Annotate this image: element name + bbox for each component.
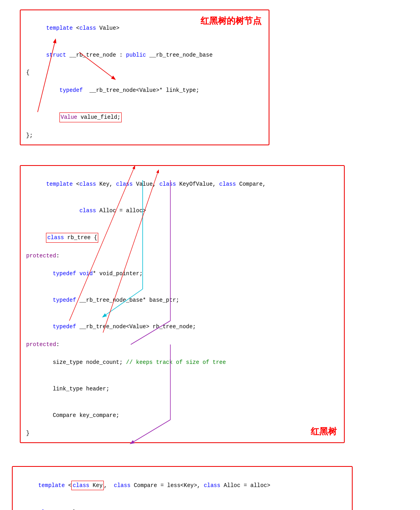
code-line: protected:	[26, 251, 338, 260]
code-line: class set {	[18, 499, 346, 510]
code-line: {	[26, 68, 263, 77]
code-line: size_type node_count; // keeps track of …	[26, 349, 338, 375]
code-line: class Alloc = alloc>	[26, 198, 338, 224]
code-line: typedef void* void_pointer;	[26, 260, 338, 287]
code-line: typedef __rb_tree_node<Value> rb_tree_no…	[26, 314, 338, 340]
code-box-rb-tree: template <class Key, class Value, class …	[20, 165, 345, 443]
code-box-rb-tree-node: template <class Value> struct __rb_tree_…	[20, 10, 269, 145]
code-line: Value value_field;	[26, 104, 263, 131]
code-line: Compare key_compare;	[26, 402, 338, 429]
code-box-stl-set: template <class Key, class Compare = les…	[12, 466, 353, 510]
code-line: typedef __rb_tree_node<Value>* link_type…	[26, 77, 263, 104]
code-line: class rb_tree {	[26, 224, 338, 251]
code-line: protected:	[26, 340, 338, 349]
code-line: };	[26, 131, 263, 140]
box2-label: 红黑树	[311, 426, 337, 438]
code-line: struct __rb_tree_node : public __rb_tree…	[26, 42, 263, 68]
code-line: template <class Key, class Compare = les…	[18, 472, 346, 499]
code-line: }	[26, 429, 338, 438]
code-line: link_type header;	[26, 375, 338, 402]
code-line: template <class Key, class Value, class …	[26, 171, 338, 197]
box1-label: 红黑树的树节点	[200, 15, 262, 27]
code-line: typedef __rb_tree_node_base* base_ptr;	[26, 287, 338, 314]
